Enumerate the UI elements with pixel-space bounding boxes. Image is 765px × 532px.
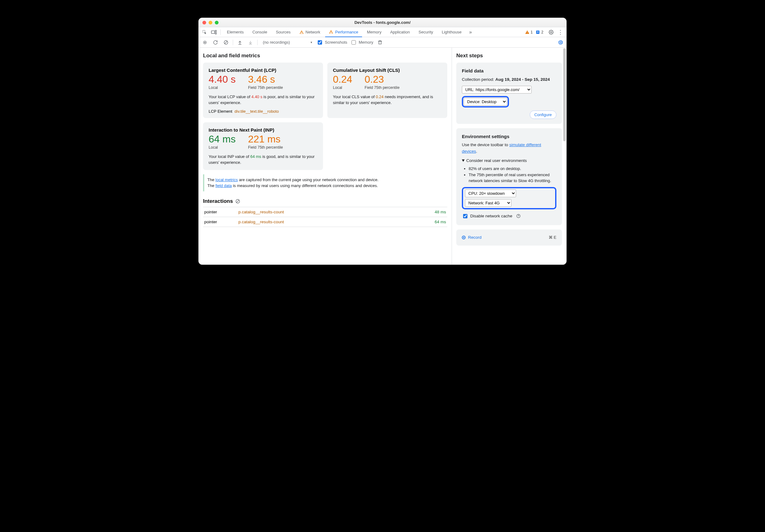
inp-title: Interaction to Next Paint (INP) <box>209 127 318 133</box>
environments-details[interactable]: Consider real user environments 82% of u… <box>462 157 556 184</box>
download-profile-icon[interactable] <box>247 39 254 46</box>
svg-rect-5 <box>537 32 539 33</box>
environment-settings-card: Environment settings Use the device tool… <box>456 128 562 225</box>
screenshots-checkbox-label: Screenshots <box>325 40 347 45</box>
device-select[interactable]: Device: Desktop <box>464 98 507 106</box>
memory-checkbox[interactable]: Memory <box>350 39 373 46</box>
next-steps-heading: Next steps <box>456 53 562 59</box>
interaction-selector: p.catalog__results-count <box>237 207 400 217</box>
tab-memory[interactable]: Memory <box>363 27 385 37</box>
garbage-collect-icon[interactable] <box>376 39 384 46</box>
environments-list: 82% of users are on desktop.The 75th per… <box>462 166 556 184</box>
inp-field-label: Field 75th percentile <box>248 145 283 149</box>
tab-elements[interactable]: Elements <box>223 27 247 37</box>
svg-rect-2 <box>216 30 217 34</box>
lcp-description: Your local LCP value of 4.40 s is poor, … <box>209 94 318 106</box>
tab-memory-label: Memory <box>367 30 382 34</box>
lcp-local-label: Local <box>209 86 236 90</box>
warning-count[interactable]: 1 <box>531 30 533 34</box>
capture-settings-gear-icon[interactable] <box>557 39 564 46</box>
interaction-row[interactable]: pointer p.catalog__results-count 64 ms <box>203 217 447 227</box>
inp-field-value: 221 ms <box>248 134 283 144</box>
svg-point-8 <box>204 42 206 43</box>
tab-security[interactable]: Security <box>415 27 437 37</box>
svg-point-16 <box>518 217 518 217</box>
svg-point-12 <box>560 42 561 43</box>
disable-cache-checkbox-input[interactable] <box>463 214 467 218</box>
cls-title: Cumulative Layout Shift (CLS) <box>333 68 442 73</box>
clear-icon[interactable] <box>222 39 230 46</box>
tab-lighthouse[interactable]: Lighthouse <box>438 27 465 37</box>
main-content: Local and field metrics Largest Contentf… <box>199 48 566 264</box>
performance-toolbar: (no recordings) Screenshots Memory <box>199 37 566 48</box>
record-button[interactable]: Record <box>462 234 482 241</box>
interaction-time: 48 ms <box>400 207 447 217</box>
cls-local-label: Local <box>333 86 352 90</box>
warning-icon <box>329 30 333 34</box>
device-toolbar-icon[interactable] <box>210 28 218 36</box>
lcp-title: Largest Contentful Paint (LCP) <box>209 68 318 73</box>
clear-interactions-icon[interactable] <box>235 199 240 204</box>
record-button-icon[interactable] <box>201 39 209 46</box>
network-throttle-select[interactable]: Network: Fast 4G <box>465 199 511 207</box>
screenshots-checkbox-input[interactable] <box>318 40 322 45</box>
kebab-menu-icon[interactable]: ⋮ <box>556 28 564 36</box>
inp-local-value: 64 ms <box>209 134 236 144</box>
record-label: Record <box>468 234 482 241</box>
issues-count[interactable]: 2 <box>541 30 543 34</box>
reload-record-icon[interactable] <box>212 39 219 46</box>
more-tabs-icon[interactable]: » <box>466 28 474 36</box>
interaction-row[interactable]: pointer p.catalog__results-count 48 ms <box>203 207 447 217</box>
interactions-heading-row: Interactions <box>203 198 447 204</box>
configure-button[interactable]: Configure <box>530 111 556 119</box>
environments-summary[interactable]: Consider real user environments <box>462 157 556 164</box>
warning-icon[interactable] <box>525 30 529 34</box>
field-data-card: Field data Collection period: Aug 19, 20… <box>456 63 562 124</box>
device-select-highlight: Device: Desktop <box>462 96 509 108</box>
disable-cache-checkbox[interactable]: Disable network cache <box>462 213 521 219</box>
tab-performance[interactable]: Performance <box>325 28 362 37</box>
divider <box>257 40 258 45</box>
tab-sources[interactable]: Sources <box>272 27 295 37</box>
cpu-throttle-select[interactable]: CPU: 20× slowdown <box>465 189 516 197</box>
scrollbar[interactable] <box>563 48 566 264</box>
lcp-element-row[interactable]: LCP Element div.tile__text.tile__roboto <box>209 109 318 114</box>
lcp-element-selector: div.tile__text.tile__roboto <box>235 109 279 114</box>
url-select[interactable]: URL: https://fonts.google.com/ <box>462 86 531 94</box>
record-card: Record ⌘ E <box>456 229 562 246</box>
divider <box>233 40 233 45</box>
svg-point-6 <box>550 32 552 33</box>
disable-cache-label: Disable network cache <box>470 213 512 219</box>
local-metrics-link[interactable]: local metrics <box>216 177 238 182</box>
issues-icon[interactable] <box>536 30 540 34</box>
lcp-field-value: 3.46 s <box>248 74 283 85</box>
settings-gear-icon[interactable] <box>547 28 555 36</box>
memory-checkbox-input[interactable] <box>352 40 356 45</box>
field-data-link[interactable]: field data <box>216 183 232 188</box>
next-steps-panel: Next steps Field data Collection period:… <box>451 48 566 264</box>
record-shortcut: ⌘ E <box>549 234 556 241</box>
inspect-element-icon[interactable] <box>201 28 209 36</box>
inp-local-label: Local <box>209 145 236 149</box>
tab-console[interactable]: Console <box>249 27 271 37</box>
throttling-highlight: CPU: 20× slowdown Network: Fast 4G <box>462 187 556 209</box>
memory-checkbox-label: Memory <box>359 40 373 45</box>
screenshots-checkbox[interactable]: Screenshots <box>317 39 347 46</box>
metrics-heading: Local and field metrics <box>203 53 447 59</box>
recordings-select[interactable]: (no recordings) <box>261 39 314 46</box>
help-icon[interactable] <box>516 214 521 218</box>
inp-card: Interaction to Next Paint (INP) 64 ms Lo… <box>203 122 323 170</box>
record-icon <box>462 236 465 239</box>
titlebar: DevTools - fonts.google.com/ <box>199 18 566 27</box>
environment-tip: Use the device toolbar to simulate diffe… <box>462 142 556 154</box>
tab-security-label: Security <box>418 30 433 34</box>
tab-console-label: Console <box>252 30 267 34</box>
interaction-kind: pointer <box>203 217 237 227</box>
tab-application[interactable]: Application <box>386 27 414 37</box>
tab-lighthouse-label: Lighthouse <box>442 30 461 34</box>
tab-network[interactable]: Network <box>296 27 324 37</box>
tab-network-label: Network <box>306 30 321 34</box>
svg-rect-11 <box>379 41 381 44</box>
interactions-heading: Interactions <box>203 198 233 204</box>
upload-profile-icon[interactable] <box>236 39 244 46</box>
